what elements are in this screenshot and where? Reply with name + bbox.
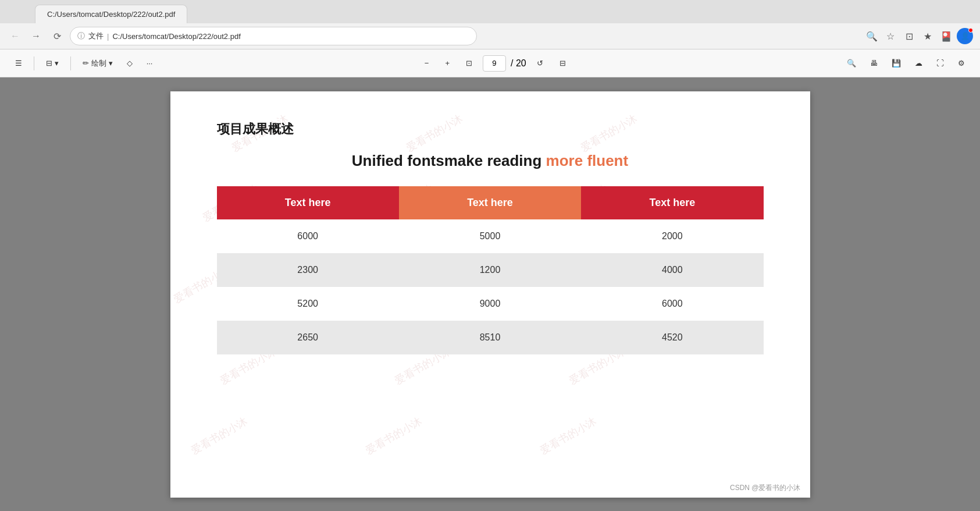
zoom-out-button[interactable]: −	[419, 54, 435, 73]
zoom-in-icon[interactable]: 🔍	[864, 28, 880, 44]
browser-right-icons: 🔍 ☆ ⊡ ★ 🎴 👤	[864, 28, 973, 44]
refresh-button[interactable]: ⟳	[49, 28, 65, 44]
subtitle-plain: Unified fontsmake reading	[352, 152, 546, 169]
subtitle-highlight: more fluent	[546, 152, 629, 169]
table-header-col-1: Text here	[217, 186, 399, 219]
more-button[interactable]: ···	[141, 54, 159, 73]
cloud-save-button[interactable]: ☁	[909, 54, 928, 73]
tab-bar: C:/Users/tomcat/Desktop/222/out2.pdf	[0, 0, 980, 23]
page-number-input[interactable]: 9	[483, 55, 506, 72]
profile-avatar[interactable]: 👤	[957, 28, 973, 44]
draw-button[interactable]: ✏ 绘制 ▾	[77, 54, 119, 73]
compare-button[interactable]: ⊟	[554, 54, 572, 73]
table-row: 265085104520	[217, 321, 764, 354]
back-button[interactable]: ←	[7, 28, 23, 44]
more-label: ···	[147, 59, 153, 68]
forward-button[interactable]: →	[28, 28, 44, 44]
subtitle: Unified fontsmake reading more fluent	[217, 152, 764, 170]
reset-view-button[interactable]: ↺	[531, 54, 549, 73]
search-button[interactable]: 🔍	[841, 54, 862, 73]
zoom-in-button[interactable]: +	[439, 54, 455, 73]
eraser-button[interactable]: ◇	[121, 54, 138, 73]
watermark-15: 爱看书的小沐	[537, 414, 599, 458]
profile-notification-dot	[968, 28, 973, 33]
save-button[interactable]: 💾	[886, 54, 907, 73]
table-cell-1-0: 2300	[217, 253, 399, 287]
print-button[interactable]: 🖶	[864, 54, 883, 73]
table-cell-3-2: 4520	[581, 321, 763, 354]
fit-page-button[interactable]: ⊡	[460, 54, 478, 73]
toolbar-separator-2	[70, 56, 71, 70]
sidebar-toggle-button[interactable]: ☰	[9, 54, 28, 73]
bookmarks-icon[interactable]: ★	[920, 28, 936, 44]
bottom-credit: CSDN @爱看书的小沐	[730, 483, 801, 493]
data-table: Text here Text here Text here 6000500020…	[217, 186, 764, 354]
address-bar: ← → ⟳ ⓘ 文件 | C:/Users/tomcat/Desktop/222…	[0, 23, 980, 49]
watermark-14: 爱看书的小沐	[363, 414, 425, 458]
table-cell-1-2: 4000	[581, 253, 763, 287]
info-icon: ⓘ	[77, 31, 85, 41]
split-view-icon[interactable]: ⊡	[901, 28, 917, 44]
pdf-toolbar: ☰ ⊟ ▾ ✏ 绘制 ▾ ◇ ··· − + ⊡ 9 / 20 ↺ ⊟ 🔍 🖶 …	[0, 49, 980, 77]
table-header-col-3: Text here	[581, 186, 763, 219]
draw-chevron: ▾	[109, 59, 113, 68]
watermark-13: 爱看书的小沐	[188, 414, 250, 458]
table-cell-0-2: 2000	[581, 219, 763, 253]
url-path-text: C:/Users/tomcat/Desktop/222/out2.pdf	[112, 32, 240, 41]
table-cell-1-1: 1200	[399, 253, 581, 287]
table-cell-2-1: 9000	[399, 287, 581, 321]
wallet-icon[interactable]: 🎴	[938, 28, 954, 44]
table-cell-2-0: 5200	[217, 287, 399, 321]
annotation-button[interactable]: ⊟ ▾	[40, 54, 65, 73]
draw-label: 绘制	[91, 58, 106, 69]
tab-title: C:/Users/tomcat/Desktop/222/out2.pdf	[47, 10, 175, 19]
table-cell-2-2: 6000	[581, 287, 763, 321]
table-cell-0-1: 5000	[399, 219, 581, 253]
pdf-page: 爱看书的小沐 爱看书的小沐 爱看书的小沐 爱看书的小沐 爱看书的小沐 爱看书的小…	[170, 91, 810, 498]
page-total-label: / 20	[511, 58, 526, 69]
table-row: 520090006000	[217, 287, 764, 321]
draw-icon: ✏	[83, 59, 89, 68]
browser-tab[interactable]: C:/Users/tomcat/Desktop/222/out2.pdf	[35, 5, 187, 23]
table-cell-3-0: 2650	[217, 321, 399, 354]
profile-initial: 👤	[961, 32, 970, 40]
table-row: 600050002000	[217, 219, 764, 253]
url-file-label: 文件	[88, 31, 104, 41]
table-cell-3-1: 8510	[399, 321, 581, 354]
url-separator: |	[107, 32, 109, 41]
table-row: 230012004000	[217, 253, 764, 287]
page-title: 项目成果概述	[217, 120, 764, 138]
table-header-col-2: Text here	[399, 186, 581, 219]
table-cell-0-0: 6000	[217, 219, 399, 253]
pdf-area: 爱看书的小沐 爱看书的小沐 爱看书的小沐 爱看书的小沐 爱看书的小沐 爱看书的小…	[0, 77, 980, 511]
url-bar[interactable]: ⓘ 文件 | C:/Users/tomcat/Desktop/222/out2.…	[70, 27, 477, 45]
browser-chrome: C:/Users/tomcat/Desktop/222/out2.pdf ← →…	[0, 0, 980, 49]
settings-button[interactable]: ⚙	[952, 54, 971, 73]
toolbar-separator-1	[34, 56, 34, 70]
toolbar-right: 🔍 🖶 💾 ☁ ⛶ ⚙	[841, 54, 971, 73]
star-icon[interactable]: ☆	[882, 28, 899, 44]
fullscreen-button[interactable]: ⛶	[931, 54, 950, 73]
table-header-row: Text here Text here Text here	[217, 186, 764, 219]
pdf-content: 项目成果概述 Unified fontsmake reading more fl…	[217, 120, 764, 354]
